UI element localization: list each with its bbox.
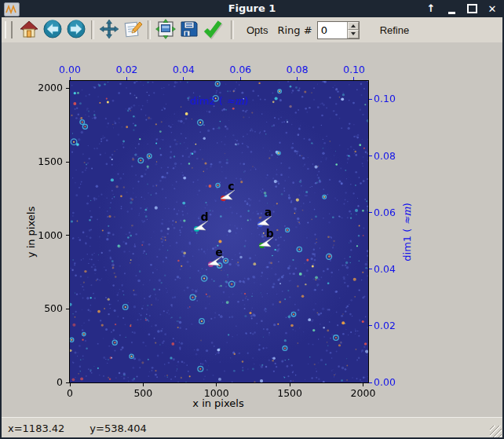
top-tick (240, 77, 241, 80)
point-label: d (201, 210, 209, 223)
x-tick (290, 383, 290, 386)
top-tick (70, 77, 71, 80)
right-tick-label: 0.02 (374, 320, 408, 331)
top-tick (353, 77, 354, 80)
right-tick-label: 0.06 (374, 207, 408, 218)
right-tick (369, 155, 372, 156)
right-tick-label: 0.08 (374, 150, 408, 162)
right-tick-label: 0.10 (374, 93, 408, 104)
plot-frame (69, 80, 369, 383)
toolbar-separator (231, 20, 234, 39)
x-tick-label: 2000 (343, 387, 382, 399)
refine-button[interactable]: Refine (377, 24, 413, 36)
top-tick (126, 77, 127, 80)
top-tick (183, 77, 184, 80)
y-tick-label: 500 (24, 302, 63, 314)
shade-window-icon[interactable]: ↑ (425, 3, 436, 14)
top-tick-label: 0.04 (164, 64, 203, 75)
y-tick-label: 1500 (24, 155, 63, 167)
right-tick (369, 99, 372, 100)
figure-window: Figure 1 ↑ ✕ (0, 0, 504, 439)
x-tick (143, 383, 144, 386)
right-tick (369, 325, 372, 326)
statusbar: x=1183.42 y=538.404 (2, 417, 502, 438)
x-tick-label: 1000 (197, 387, 236, 399)
x-tick (70, 383, 71, 386)
close-icon[interactable]: ✕ (487, 3, 498, 14)
maximize-icon[interactable] (466, 3, 477, 14)
titlebar[interactable]: Figure 1 ↑ ✕ (0, 0, 504, 17)
save-floppy-icon (179, 19, 199, 42)
point-label: e (215, 246, 223, 258)
forward-button[interactable] (64, 19, 88, 41)
cursor-x-readout: x=1183.42 (8, 423, 64, 434)
edit-notes-icon (122, 19, 143, 42)
y-tick (66, 235, 69, 236)
right-tick (369, 269, 372, 269)
configure-subplots-button[interactable] (154, 19, 177, 41)
opts-button[interactable]: Opts (243, 24, 271, 36)
green-check-icon (203, 19, 223, 42)
y-tick-label: 2000 (24, 82, 63, 93)
point-label: c (228, 180, 234, 192)
back-button[interactable] (41, 19, 64, 41)
cursor-y-readout: y=538.404 (89, 423, 146, 434)
x-tick-label: 1500 (270, 387, 309, 399)
ring-number-spinbox[interactable] (317, 21, 360, 39)
ring-number-label: Ring # (274, 24, 315, 36)
y-tick (66, 309, 69, 309)
right-tick (369, 212, 372, 213)
top-tick (297, 77, 298, 80)
point-label: b (266, 227, 274, 240)
top-tick-label: 0.06 (221, 64, 260, 75)
y-tick-label: 1000 (24, 229, 63, 241)
apply-button[interactable] (201, 19, 225, 41)
x-tick-label: 0 (50, 387, 89, 399)
spin-up-icon[interactable] (348, 22, 359, 31)
ring-number-input[interactable] (318, 22, 347, 38)
y-tick-label: 0 (24, 376, 63, 388)
home-button[interactable] (17, 19, 41, 41)
y-tick (66, 162, 69, 163)
home-icon (20, 20, 38, 41)
pan-move-icon (99, 19, 119, 42)
minimize-icon[interactable] (446, 3, 457, 14)
top-tick-label: 0.00 (50, 64, 89, 75)
forward-icon (66, 19, 86, 42)
back-icon (42, 19, 63, 42)
right-tick-label: 0.00 (374, 376, 408, 388)
point-label: a (265, 206, 272, 218)
top-axis-label: dim2 ( ≈m) (2, 95, 436, 107)
toolbar: Opts Ring # Refine (2, 17, 502, 43)
x-tick (363, 383, 363, 386)
edit-button[interactable] (121, 19, 144, 41)
toolbar-grip[interactable] (5, 21, 13, 38)
toolbar-separator (148, 20, 151, 39)
spin-down-icon[interactable] (348, 30, 359, 38)
x-tick-label: 500 (123, 387, 163, 399)
x-tick (216, 383, 217, 386)
y-tick (66, 382, 69, 383)
top-tick-label: 0.02 (107, 64, 146, 75)
top-tick-label: 0.08 (278, 64, 317, 75)
top-tick-label: 0.10 (334, 64, 374, 75)
right-tick (369, 382, 372, 383)
toolbar-separator (91, 20, 94, 39)
resize-grip[interactable] (490, 426, 502, 437)
x-axis-label: x in pixels (155, 397, 281, 409)
subplots-icon (155, 19, 176, 42)
save-button[interactable] (177, 19, 201, 41)
figure-canvas: dim2 ( ≈m) x in pixels y in pixels dim1 … (2, 42, 502, 417)
y-tick (66, 88, 69, 89)
right-tick-label: 0.04 (374, 263, 408, 275)
diffraction-image[interactable] (70, 81, 368, 382)
pan-button[interactable] (97, 19, 121, 41)
right-axis-label: dim1 ( ≈m) (401, 170, 413, 295)
